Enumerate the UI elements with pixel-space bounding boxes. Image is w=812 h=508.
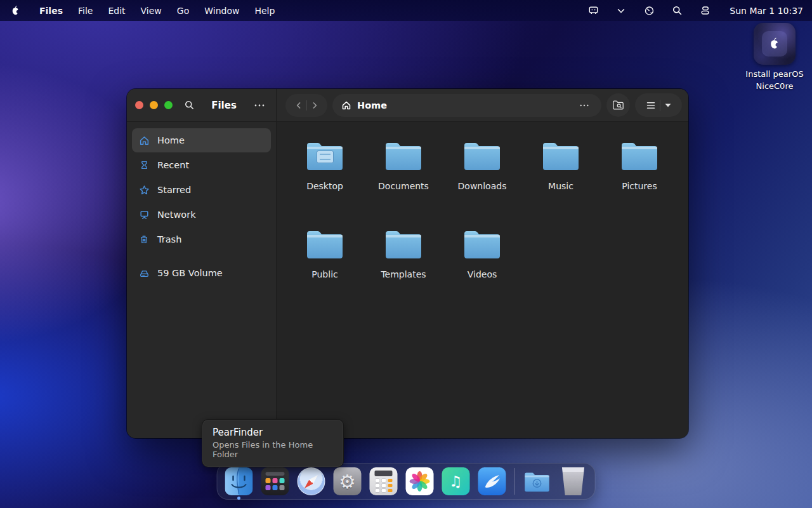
folder-icon	[462, 140, 502, 173]
gear-icon: ⚙	[334, 467, 362, 495]
star-icon	[138, 184, 150, 196]
sidebar-item-label: Starred	[157, 185, 191, 195]
menu-help[interactable]: Help	[247, 0, 282, 21]
folder-item-pictures[interactable]: Pictures	[600, 137, 679, 211]
install-label-line2: NiceC0re	[738, 81, 811, 93]
dock-item-launchpad[interactable]	[261, 467, 289, 495]
menu-bar: Files File Edit View Go Window Help	[0, 0, 812, 21]
view-switcher	[635, 93, 682, 117]
folder-grid: Desktop Documents	[285, 137, 688, 300]
dock-item-safari[interactable]	[298, 467, 325, 495]
pear-logo-icon[interactable]	[9, 4, 22, 18]
sidebar-item-trash[interactable]: Trash	[132, 227, 271, 251]
path-more-icon[interactable]	[576, 97, 593, 114]
search-icon[interactable]	[671, 5, 683, 17]
menu-go[interactable]: Go	[169, 0, 197, 21]
back-button[interactable]	[294, 100, 304, 110]
folder-icon	[383, 228, 424, 261]
folder-label: Templates	[381, 269, 426, 279]
sidebar-item-label: 59 GB Volume	[157, 268, 223, 278]
menubar-app-name[interactable]: Files	[32, 0, 70, 21]
folder-label: Documents	[378, 181, 429, 191]
sidebar-item-volume[interactable]: 59 GB Volume	[132, 261, 271, 285]
dock-item-pear-store[interactable]	[478, 467, 506, 495]
folder-item-music[interactable]: Music	[521, 137, 600, 211]
folder-icon	[462, 228, 502, 261]
search-button[interactable]	[181, 98, 197, 113]
dock-item-trash[interactable]	[560, 467, 587, 495]
drive-icon	[138, 267, 150, 279]
trash-bin-icon	[561, 467, 586, 495]
install-pearos-desktop-icon[interactable]: Install pearOS NiceC0re	[738, 23, 811, 93]
history-nav	[285, 94, 327, 117]
trash-icon	[138, 234, 150, 245]
close-button[interactable]	[135, 101, 143, 109]
search-folder-button[interactable]	[606, 93, 630, 117]
calculator-icon	[370, 467, 398, 495]
main-header: Home	[277, 89, 688, 122]
dock-item-downloads[interactable]	[523, 467, 551, 495]
maximize-button[interactable]	[164, 101, 173, 109]
display-icon[interactable]	[587, 5, 599, 17]
window-header: Files	[127, 89, 688, 122]
folder-item-videos[interactable]: Videos	[443, 225, 521, 300]
music-note-icon: ♫	[442, 467, 470, 495]
folder-icon	[304, 140, 345, 173]
sidebar: Home Recent Starred	[127, 122, 277, 438]
folder-icon	[304, 228, 345, 261]
folder-item-templates[interactable]: Templates	[364, 225, 443, 300]
folder-item-desktop[interactable]: Desktop	[285, 137, 364, 211]
sidebar-item-home[interactable]: Home	[132, 128, 271, 152]
sidebar-item-label: Recent	[157, 160, 189, 170]
dock-item-photos[interactable]	[406, 467, 434, 495]
sidebar-item-label: Network	[157, 210, 196, 220]
menu-window[interactable]: Window	[197, 0, 247, 21]
path-bar[interactable]: Home	[332, 94, 601, 117]
network-icon	[138, 209, 150, 220]
menu-edit[interactable]: Edit	[100, 0, 133, 21]
folder-icon	[383, 140, 424, 173]
folder-label: Music	[548, 181, 573, 191]
desktop-window-glyph	[317, 150, 334, 163]
minimize-button[interactable]	[150, 101, 158, 109]
folder-label: Downloads	[458, 181, 507, 191]
dock-tooltip: PearFinder Opens Files in the Home Folde…	[202, 419, 344, 467]
folder-item-public[interactable]: Public	[285, 225, 364, 300]
folder-label: Desktop	[306, 181, 343, 191]
sidebar-item-network[interactable]: Network	[132, 203, 271, 227]
install-pearos-badge	[754, 23, 796, 65]
install-label-line1: Install pearOS	[738, 69, 811, 81]
dock-separator	[514, 468, 515, 495]
folder-item-downloads[interactable]: Downloads	[443, 137, 521, 211]
dock-item-music[interactable]: ♫	[442, 467, 470, 495]
photos-flower-icon	[406, 467, 434, 495]
dock: ⚙ ♫	[217, 463, 596, 500]
sidebar-item-recent[interactable]: Recent	[132, 153, 271, 177]
running-indicator	[237, 497, 240, 500]
timer-icon[interactable]	[643, 5, 655, 17]
dock-item-calculator[interactable]	[370, 467, 398, 495]
view-options-dropdown[interactable]	[664, 103, 672, 108]
chevron-down-icon[interactable]	[615, 5, 627, 17]
tooltip-subtitle: Opens Files in the Home Folder	[213, 440, 333, 459]
dock-item-settings[interactable]: ⚙	[334, 467, 362, 495]
window-title: Files	[197, 100, 251, 111]
sidebar-more-icon[interactable]	[251, 97, 268, 114]
stack-icon[interactable]	[699, 5, 710, 17]
pear-logo-icon	[762, 31, 787, 57]
forward-button[interactable]	[310, 100, 320, 110]
sidebar-item-starred[interactable]: Starred	[132, 178, 271, 202]
tooltip-title: PearFinder	[213, 427, 333, 438]
list-view-button[interactable]	[646, 101, 656, 110]
menubar-clock[interactable]: Sun Mar 1 10:37	[730, 6, 803, 16]
folder-item-documents[interactable]: Documents	[364, 137, 443, 211]
current-location: Home	[357, 100, 387, 110]
files-window: Files	[127, 89, 688, 438]
folder-icon	[540, 140, 581, 173]
folder-label: Videos	[468, 269, 497, 279]
file-browser-content: Desktop Documents	[277, 122, 688, 438]
folder-label: Pictures	[622, 181, 657, 191]
menu-file[interactable]: File	[70, 0, 100, 21]
dock-item-pearfinder[interactable]	[225, 467, 253, 495]
menu-view[interactable]: View	[133, 0, 169, 21]
